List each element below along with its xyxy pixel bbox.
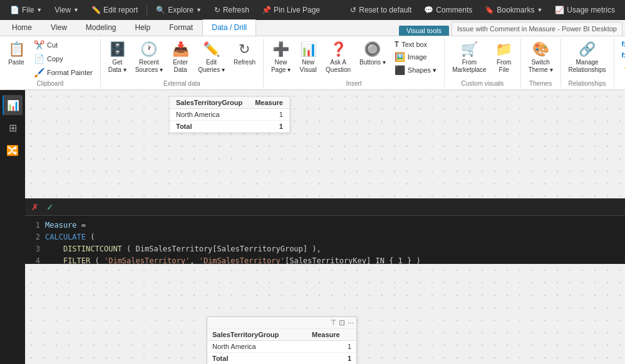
cut-icon: ✂️ [34,40,44,50]
ribbon-refresh-icon: ↻ [239,41,250,58]
clipboard-group: 📋 Paste ✂️ Cut 📄 Copy 🖌️ Format Painter [0,39,101,87]
mini-table-header-2: Measure [307,329,356,341]
new-visual-icon: 📊 [300,41,317,58]
model-icon: 🔀 [6,144,19,156]
file-chevron: ▼ [36,7,42,13]
ribbon-tabs: Home View Modeling Help Format Data / Dr… [0,20,625,36]
copy-btn[interactable]: 📄 Copy [30,53,96,65]
buttons-btn[interactable]: 🔘 Buttons ▾ [356,39,390,69]
explore-btn[interactable]: 🔍 Explore ▼ [151,3,207,17]
refresh-btn[interactable]: ↻ Refresh [209,3,254,17]
custom-visuals-content: 🛒 FromMarketplace 📁 FromFile [448,39,516,79]
sidebar-icon-report[interactable]: 📊 [3,95,23,115]
text-box-btn[interactable]: T Text box [391,39,440,50]
format-painter-btn[interactable]: 🖌️ Format Painter [30,66,96,79]
formula-code[interactable]: 1 Measure = 2 CALCULATE ( 3 DISTINCTCOUN… [25,216,625,264]
from-file-icon: 📁 [495,41,512,58]
bookmarks-icon: 🔖 [485,6,494,14]
tab-format[interactable]: Format [160,19,202,36]
enter-data-btn[interactable]: 📥 EnterData [168,39,193,76]
more-icon[interactable]: ··· [348,318,354,327]
from-file-btn[interactable]: 📁 FromFile [492,39,517,76]
mini-table-header-1: SalesTerritoryGroup [207,329,307,341]
paste-btn[interactable]: 📋 Paste [4,39,29,69]
edit-queries-btn[interactable]: ✏️ EditQueries ▾ [194,39,229,76]
manage-relationships-btn[interactable]: 🔗 ManageRelationships [565,39,610,76]
usage-metrics-icon: 📈 [555,6,564,14]
formula-line-2: 2 CALCULATE ( [31,231,619,243]
from-marketplace-btn[interactable]: 🛒 FromMarketplace [448,39,490,76]
mini-visual-container: ⊤ ⊡ ··· SalesTerritoryGroup Measure [207,316,357,364]
comments-btn[interactable]: 💬 Comments [419,3,477,17]
manage-relationships-icon: 🔗 [579,41,596,58]
shapes-icon: ⬛ [395,65,405,75]
file-menu[interactable]: 📄 File ▼ [5,3,47,17]
expand-icon[interactable]: ⊡ [339,318,345,327]
insert-stack: T Text box 🖼️ Image ⬛ Shapes ▾ [391,39,440,76]
sidebar-icon-model[interactable]: 🔀 [3,140,23,160]
shapes-btn[interactable]: ⬛ Shapes ▾ [391,64,440,76]
pin-icon: 📌 [262,6,271,14]
ribbon-area: Home View Modeling Help Format Data / Dr… [0,20,625,90]
mini-table: SalesTerritoryGroup Measure North Americ… [207,329,356,364]
data-icon: ⊞ [9,122,17,134]
canvas-cell-1: North America [170,109,249,121]
image-btn[interactable]: 🖼️ Image [391,51,440,63]
recent-sources-btn[interactable]: 🕐 RecentSources ▾ [132,39,167,76]
marketplace-icon: 🛒 [461,41,478,58]
tab-data-drill[interactable]: Data / Drill [202,19,256,36]
table-row: North America 1 [170,109,289,121]
explore-chevron: ▼ [196,7,202,13]
relationships-content: 🔗 ManageRelationships [565,39,610,79]
custom-visuals-label: Custom visuals [462,79,504,87]
themes-label: Themes [529,79,552,87]
relationships-label: Relationships [569,79,606,87]
reset-icon: ↺ [350,6,356,14]
new-quick-measure-btn[interactable]: ⚡ New Quick Measure [618,61,625,74]
calculations-content: fx New Measure fx New Column ⚡ New Quick… [618,39,625,79]
ask-a-question-btn[interactable]: ❓ Ask AQuestion [322,39,354,76]
refresh-icon: ↻ [214,6,220,14]
new-measure-btn[interactable]: fx New Measure [618,39,625,49]
custom-visuals-group: 🛒 FromMarketplace 📁 FromFile Custom visu… [445,39,520,87]
filter-icon[interactable]: ⊤ [330,318,336,327]
tab-modeling[interactable]: Modeling [76,19,126,36]
usage-metrics-btn[interactable]: 📈 Usage metrics [550,3,620,17]
canvas-total-row: Total 1 [170,121,289,133]
edit-report-btn[interactable]: ✏️ Edit report [86,3,143,17]
formula-cancel-btn[interactable]: ✗ [30,201,40,213]
separator-1 [147,4,147,16]
edit-queries-icon: ✏️ [203,41,220,58]
format-painter-icon: 🖌️ [34,68,44,78]
buttons-icon: 🔘 [364,41,381,58]
formula-confirm-btn[interactable]: ✓ [45,201,55,213]
mini-cell-1: North America [207,341,307,353]
new-column-btn[interactable]: fx New Column [618,50,625,60]
external-data-group: 🗄️ GetData ▾ 🕐 RecentSources ▾ 📥 EnterDa… [101,39,264,87]
bookmarks-btn[interactable]: 🔖 Bookmarks ▼ [480,3,547,17]
top-bar: 📄 File ▼ View ▼ ✏️ Edit report 🔍 Explore… [0,0,625,20]
ribbon-refresh-btn[interactable]: ↻ Refresh [230,39,259,69]
switch-theme-btn[interactable]: 🎨 SwitchTheme ▾ [525,39,557,76]
tab-home[interactable]: Home [3,19,41,36]
cut-btn[interactable]: ✂️ Cut [30,39,96,51]
tab-view[interactable]: View [41,19,76,36]
mini-total-label: Total [207,353,307,365]
bottom-canvas: ⊤ ⊡ ··· SalesTerritoryGroup Measure [25,264,625,365]
left-sidebar: 📊 ⊞ 🔀 [0,90,25,364]
formula-line-3: 3 DISTINCTCOUNT ( DimSalesTerritory[Sale… [31,243,619,255]
new-page-btn[interactable]: ➕ NewPage ▾ [267,39,294,76]
get-data-btn[interactable]: 🗄️ GetData ▾ [105,39,130,76]
formula-toolbar: ✗ ✓ [25,199,625,216]
recent-sources-icon: 🕐 [140,41,157,58]
new-measure-icon: fx [622,40,625,48]
sidebar-icon-data[interactable]: ⊞ [3,118,23,138]
reset-to-default-btn[interactable]: ↺ Reset to default [345,3,416,17]
new-visual-btn[interactable]: 📊 NewVisual [296,39,321,76]
tab-help[interactable]: Help [126,19,160,36]
top-bar-right: ↺ Reset to default 💬 Comments 🔖 Bookmark… [345,3,620,17]
pin-live-page-btn[interactable]: 📌 Pin Live Page [257,3,325,17]
view-menu[interactable]: View ▼ [49,3,84,17]
report-canvas: SalesTerritoryGroup Measure North Americ… [25,90,625,198]
formula-area: ✗ ✓ 1 Measure = 2 CALCULATE ( 3 DISTINCT… [25,198,625,264]
